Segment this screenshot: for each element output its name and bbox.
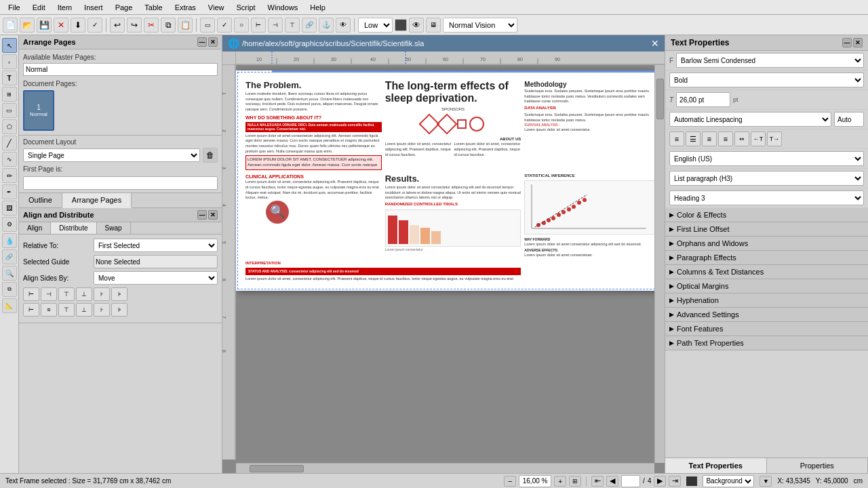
selected-guide-input[interactable]: [94, 255, 218, 268]
zoom-out-btn[interactable]: −: [504, 476, 516, 487]
text-props-close[interactable]: ✕: [853, 38, 863, 47]
tab-align[interactable]: Align: [19, 222, 51, 234]
delete-page-btn[interactable]: 🗑: [203, 148, 218, 163]
link-tool[interactable]: 🔗: [2, 249, 17, 264]
align-right-btn[interactable]: ⊤: [58, 287, 75, 301]
text-direction-r-icon[interactable]: T→: [767, 131, 782, 146]
menu-item[interactable]: Item: [52, 2, 77, 13]
tab-distribute[interactable]: Distribute: [51, 222, 96, 234]
menu-script[interactable]: Script: [231, 2, 260, 13]
dist-bottom-btn[interactable]: ⊧: [111, 303, 127, 317]
paste-button[interactable]: 📋: [178, 18, 193, 33]
relative-to-select[interactable]: First Selected: [94, 239, 218, 252]
arrange-pages-minimize[interactable]: —: [197, 37, 207, 47]
align-c-button[interactable]: ⊣: [268, 18, 283, 33]
align-sides-select[interactable]: Move: [94, 271, 218, 285]
align-left-icon[interactable]: ≡: [669, 131, 684, 146]
dist-center-v-btn[interactable]: ⊦: [94, 303, 110, 317]
link-button[interactable]: 🔗: [302, 18, 317, 33]
first-line-header[interactable]: ▶ First Line Offset: [665, 222, 868, 236]
align-left-btn[interactable]: ⊢: [23, 287, 39, 301]
anchor-button[interactable]: ⚓: [319, 18, 334, 33]
para-effects-header[interactable]: ▶ Paragraph Effects: [665, 251, 868, 264]
font-size-input[interactable]: [676, 92, 730, 107]
canvas-scroll[interactable]: The Problem. Lorem molestie tincidunt, l…: [236, 65, 654, 463]
menu-file[interactable]: File: [3, 2, 26, 13]
align-minimize[interactable]: —: [197, 210, 207, 220]
page-input[interactable]: 1: [621, 475, 640, 487]
new-button[interactable]: 📄: [3, 18, 18, 33]
tab-arrange-pages[interactable]: Arrange Pages: [62, 193, 132, 208]
scrollbar-vertical[interactable]: [654, 65, 665, 463]
render-tool[interactable]: ⚙: [2, 217, 17, 232]
scrollbar-horizontal[interactable]: [236, 463, 654, 473]
tab-properties[interactable]: Properties: [767, 458, 869, 473]
nodes-tool[interactable]: ⬦: [2, 54, 17, 69]
tab-swap[interactable]: Swap: [97, 222, 131, 234]
text-direction-l-icon[interactable]: ←T: [751, 131, 766, 146]
check2-button[interactable]: ✓: [217, 18, 232, 33]
hyphenation-header[interactable]: ▶ Hyphenation: [665, 293, 868, 307]
scrollbar-h-thumb[interactable]: [250, 465, 304, 472]
linespacing-select[interactable]: Automatic Linespacing: [669, 112, 831, 127]
table-tool[interactable]: ⊞: [2, 87, 17, 102]
align-force-icon[interactable]: ⇔: [734, 131, 749, 146]
layer-select[interactable]: Background: [703, 475, 754, 487]
check-button[interactable]: ✓: [87, 18, 102, 33]
align-l-button[interactable]: ⊢: [251, 18, 266, 33]
measure-tool[interactable]: 📐: [2, 298, 17, 313]
zoom-fit-btn[interactable]: ⊞: [569, 476, 581, 487]
canvas-close-btn[interactable]: ✕: [651, 38, 659, 49]
align-top-btn[interactable]: ⊥: [76, 287, 92, 301]
eye-dropper-tool[interactable]: 💧: [2, 233, 17, 248]
language-select[interactable]: English (US): [669, 151, 864, 166]
shape-tool[interactable]: ▭: [2, 103, 17, 118]
tab-text-properties[interactable]: Text Properties: [665, 458, 767, 473]
polygon-tool[interactable]: ⬠: [2, 119, 17, 134]
linespacing-input[interactable]: [834, 112, 864, 127]
freehand-tool[interactable]: ✏: [2, 168, 17, 183]
calligraph-tool[interactable]: ✒: [2, 184, 17, 199]
page-next-btn[interactable]: ▶: [654, 476, 666, 487]
columns-header[interactable]: ▶ Columns & Text Distances: [665, 265, 868, 279]
menu-help[interactable]: Help: [304, 2, 331, 13]
font-style-select[interactable]: Bold: [669, 73, 864, 87]
font-features-header[interactable]: ▶ Font Features: [665, 322, 868, 336]
menu-view[interactable]: View: [203, 2, 230, 13]
align-center-v-btn[interactable]: ⊦: [94, 287, 110, 301]
open-button[interactable]: 📂: [20, 18, 35, 33]
menu-extras[interactable]: Extras: [170, 2, 201, 13]
image-tool[interactable]: 🖼: [2, 201, 17, 216]
align-center-h-btn[interactable]: ⊣: [41, 287, 57, 301]
dist-left-btn[interactable]: ⊢: [23, 303, 39, 317]
align-r-button[interactable]: ⊤: [285, 18, 300, 33]
align-right-icon[interactable]: ≡: [702, 131, 717, 146]
menu-edit[interactable]: Edit: [27, 2, 51, 13]
layer-down-btn[interactable]: ▼: [760, 476, 772, 487]
undo-button[interactable]: ↩: [110, 18, 125, 33]
page-first-btn[interactable]: ⇤: [591, 476, 604, 487]
align-center-icon[interactable]: ☰: [686, 131, 701, 146]
menu-insert[interactable]: Insert: [79, 2, 108, 13]
zoom-in-btn[interactable]: +: [554, 476, 566, 487]
first-page-input[interactable]: [23, 176, 218, 190]
dist-top-btn[interactable]: ⊥: [76, 303, 92, 317]
page-last-btn[interactable]: ⇥: [669, 476, 681, 487]
eye2-btn[interactable]: 👁: [409, 18, 424, 33]
cut-button[interactable]: ✂: [144, 18, 159, 33]
align-close[interactable]: ✕: [208, 210, 218, 220]
optical-header[interactable]: ▶ Optical Margins: [665, 279, 868, 293]
redo-button[interactable]: ↪: [127, 18, 142, 33]
menu-windows[interactable]: Windows: [262, 2, 304, 13]
align-justify-icon[interactable]: ≡: [718, 131, 733, 146]
close-button[interactable]: ✕: [54, 18, 68, 33]
advanced-header[interactable]: ▶ Advanced Settings: [665, 308, 868, 321]
path-text-header[interactable]: ▶ Path Text Properties: [665, 336, 868, 350]
orphans-header[interactable]: ▶ Orphans and Widows: [665, 237, 868, 250]
dist-center-h-btn[interactable]: ≡: [41, 303, 57, 317]
vision-dropdown[interactable]: Normal Vision: [443, 18, 517, 33]
text-props-minimize[interactable]: —: [842, 38, 852, 47]
color-effects-header[interactable]: ▶ Color & Effects: [665, 208, 868, 222]
bezier-tool[interactable]: ∿: [2, 152, 17, 167]
menu-table[interactable]: Table: [139, 2, 167, 13]
